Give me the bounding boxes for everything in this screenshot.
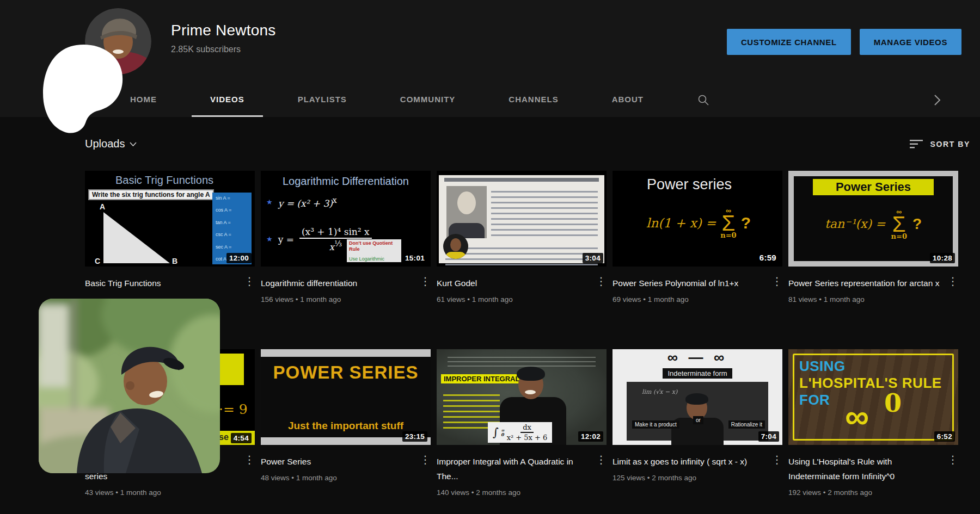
webcam-overlay-photo — [39, 299, 220, 473]
video-title[interactable]: Basic Trig Functions — [85, 276, 241, 290]
manage-videos-button[interactable]: MANAGE VIDEOS — [860, 29, 961, 55]
chevron-down-icon — [130, 142, 137, 146]
duration-badge: 3:04 — [583, 253, 603, 263]
thumb-tag: Indeterminate form — [612, 368, 782, 378]
video-menu-button[interactable]: ⋮ — [947, 454, 958, 465]
formula-line: ln(1 + x) = ∞ Σ n=0 ? — [618, 207, 779, 239]
thumb-label: Rationalize it — [728, 420, 765, 429]
video-menu-button[interactable]: ⋮ — [420, 276, 431, 287]
video-meta: 125 views • 2 months ago — [612, 474, 768, 482]
thumb-heading: Logarithmic Differentiation — [261, 175, 431, 188]
exponent-zero: 0 — [884, 388, 902, 418]
thumb-heading: IMPROPER INTEGRAL — [441, 374, 522, 383]
video-card: POWER SERIES Just the important stuff 23… — [261, 349, 431, 514]
tab-about[interactable]: ABOUT — [593, 83, 662, 117]
duration-badge: 10:28 — [930, 253, 955, 263]
channel-search-button[interactable] — [686, 83, 721, 117]
duration-badge: 12:02 — [578, 431, 603, 442]
video-title[interactable]: Kurt Godel — [437, 276, 592, 290]
channel-title: Prime Newtons — [171, 22, 275, 39]
tab-videos[interactable]: VIDEOS — [192, 83, 263, 117]
video-title[interactable]: Power Series Polynomial of ln1+x — [612, 276, 768, 290]
thumb-label: or — [693, 416, 703, 424]
video-menu-button[interactable]: ⋮ — [244, 276, 255, 287]
video-menu-button[interactable]: ⋮ — [420, 454, 431, 465]
video-title[interactable]: Power Series representation for arctan x — [788, 276, 944, 290]
video-menu-button[interactable]: ⋮ — [771, 276, 782, 287]
vertex-label: B — [172, 257, 177, 265]
white-blob-overlay — [38, 42, 127, 136]
video-meta: 48 views • 1 month ago — [261, 474, 416, 482]
document-page — [439, 175, 604, 263]
vertex-label: C — [95, 257, 100, 265]
video-menu-button[interactable]: ⋮ — [244, 454, 255, 465]
infinity-symbol: ∞ — [845, 400, 869, 433]
customize-channel-button[interactable]: CUSTOMIZE CHANNEL — [727, 29, 851, 55]
video-thumbnail[interactable]: POWER SERIES Just the important stuff 23… — [261, 349, 431, 445]
video-card: Power Series tan⁻¹(x) = ∞ Σ n=0 ? 10:28 … — [788, 171, 958, 349]
duration-badge: 23:15 — [402, 431, 427, 442]
formula-box: ∫ ∞0 dxx² + 5x + 6 — [488, 422, 552, 443]
duration-badge: 4:54 — [231, 433, 252, 443]
more-vert-icon: ⋮ — [420, 454, 431, 466]
video-title[interactable]: Using L'Hospital's Rule with Indetermina… — [788, 454, 944, 484]
thumb-frame: Power Series tan⁻¹(x) = ∞ Σ n=0 ? — [794, 176, 953, 261]
video-thumbnail[interactable]: Power series ln(1 + x) = ∞ Σ n=0 ? 6:59 — [612, 171, 782, 267]
sort-by-button[interactable]: SORT BY — [910, 139, 970, 149]
more-vert-icon: ⋮ — [244, 275, 255, 287]
video-title[interactable]: Improper Integral with A Quadratic in Th… — [437, 454, 592, 484]
video-thumbnail[interactable]: Power Series tan⁻¹(x) = ∞ Σ n=0 ? 10:28 — [788, 171, 958, 267]
video-thumbnail[interactable]: IMPROPER INTEGRAL ∫ ∞0 dxx² + 5x + 6 12:… — [437, 349, 607, 445]
video-card: USING L'HOSPITAL'S RULE FOR ∞ 0 6:52 Usi… — [788, 349, 958, 514]
video-thumbnail[interactable]: Basic Trig Functions Write the six trig … — [85, 171, 255, 267]
vertex-label: A — [100, 202, 105, 211]
video-card: IMPROPER INTEGRAL ∫ ∞0 dxx² + 5x + 6 12:… — [437, 349, 607, 514]
thumb-heading: ∞ — ∞ — [612, 349, 782, 366]
star-icon: ★ — [266, 235, 273, 243]
more-vert-icon: ⋮ — [420, 275, 431, 287]
duration-badge: 6:52 — [934, 431, 955, 442]
chalk-formula: lim (√x − x) — [642, 388, 677, 395]
tab-playlists[interactable]: PLAYLISTS — [279, 83, 365, 117]
thumb-note: Don't use Quotient Rule Use Logarithmic … — [347, 239, 401, 262]
video-title[interactable]: Limit as x goes to infinity ( sqrt x - x… — [612, 454, 768, 469]
video-menu-button[interactable]: ⋮ — [596, 454, 607, 465]
tabs-overflow-button[interactable] — [933, 83, 980, 117]
video-menu-button[interactable]: ⋮ — [947, 276, 958, 287]
video-card: Logarithmic Differentiation ★ y = (x² + … — [261, 171, 431, 349]
channel-tabs: HOME VIDEOS PLAYLISTS COMMUNITY CHANNELS… — [85, 83, 980, 117]
duration-badge: 7:04 — [758, 431, 779, 442]
formula-line: ★ y = (x² + 3)x — [266, 196, 337, 209]
uploads-dropdown[interactable]: Uploads — [85, 138, 137, 150]
subscriber-count: 2.85K subscribers — [171, 45, 275, 54]
video-card: Power series ln(1 + x) = ∞ Σ n=0 ? 6:59 … — [612, 171, 782, 349]
video-meta: 81 views • 1 month ago — [788, 295, 944, 304]
thumb-heading: Power series — [612, 176, 766, 193]
channel-header: Prime Newtons 2.85K subscribers CUSTOMIZ… — [0, 0, 980, 117]
video-thumbnail[interactable]: USING L'HOSPITAL'S RULE FOR ∞ 0 6:52 — [788, 349, 958, 445]
more-vert-icon: ⋮ — [947, 454, 958, 466]
more-vert-icon: ⋮ — [771, 454, 782, 466]
tab-community[interactable]: COMMUNITY — [382, 83, 474, 117]
video-meta: 69 views • 1 month ago — [612, 295, 768, 304]
more-vert-icon: ⋮ — [947, 275, 958, 287]
video-menu-button[interactable]: ⋮ — [771, 454, 782, 465]
video-title[interactable]: Logarithmic differentiation — [261, 276, 416, 290]
thumb-prompt: Write the six trig functions for angle A — [88, 189, 214, 200]
video-thumbnail[interactable]: ∞ — ∞ Indeterminate form lim (√x − x) Ma… — [612, 349, 782, 445]
tab-channels[interactable]: CHANNELS — [490, 83, 577, 117]
more-vert-icon: ⋮ — [596, 454, 607, 466]
video-meta: 192 views • 2 months ago — [788, 488, 944, 497]
search-icon — [697, 94, 710, 107]
video-card: ∞ — ∞ Indeterminate form lim (√x − x) Ma… — [612, 349, 782, 514]
video-thumbnail[interactable]: Logarithmic Differentiation ★ y = (x² + … — [261, 171, 431, 267]
video-title[interactable]: Power Series — [261, 454, 416, 469]
chalk-writing — [448, 354, 596, 368]
video-menu-button[interactable]: ⋮ — [596, 276, 607, 287]
video-meta: 156 views • 1 month ago — [261, 295, 416, 304]
star-icon: ★ — [266, 198, 273, 206]
thumb-heading: USING L'HOSPITAL'S RULE FOR — [799, 358, 942, 408]
thumb-subtitle: Just the important stuff — [261, 420, 431, 432]
video-thumbnail[interactable]: 3:04 — [437, 171, 607, 267]
sort-icon — [910, 139, 924, 149]
